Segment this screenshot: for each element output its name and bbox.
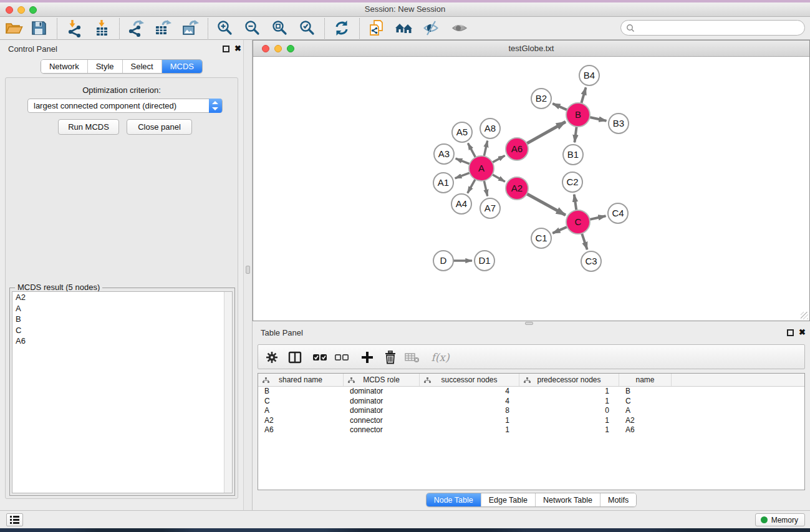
- table-row[interactable]: Cdominator41C: [258, 397, 804, 407]
- mcds-result-item[interactable]: A2: [12, 292, 232, 303]
- table-cell[interactable]: 1: [519, 425, 619, 435]
- home-icon[interactable]: [395, 19, 413, 37]
- select-all-checkboxes-icon[interactable]: [312, 350, 327, 365]
- table-cell[interactable]: dominator: [344, 406, 420, 416]
- edge-A-A7[interactable]: [484, 180, 488, 196]
- tab-network[interactable]: Network: [41, 60, 87, 73]
- column-header-name[interactable]: name: [619, 374, 672, 386]
- tab-network-table[interactable]: Network Table: [535, 493, 600, 506]
- tab-style[interactable]: Style: [87, 60, 122, 73]
- table-row[interactable]: A2connector11A2: [258, 416, 804, 426]
- tab-mcds[interactable]: MCDS: [162, 60, 202, 73]
- table-row[interactable]: Bdominator41B: [258, 387, 804, 397]
- horizontal-splitter[interactable]: [253, 321, 810, 326]
- table-cell[interactable]: A2: [258, 416, 344, 426]
- add-column-icon[interactable]: [360, 350, 375, 365]
- edge-B-B2[interactable]: [552, 104, 568, 110]
- float-panel-icon[interactable]: [223, 46, 229, 52]
- open-file-icon[interactable]: [4, 19, 23, 37]
- table-cell[interactable]: connector: [344, 425, 420, 435]
- table-row[interactable]: A6connector11A6: [258, 425, 804, 435]
- table-cell[interactable]: connector: [344, 416, 420, 426]
- minimize-network-button[interactable]: [274, 45, 282, 52]
- mcds-result-item[interactable]: A: [12, 303, 232, 314]
- zoom-fit-icon[interactable]: [271, 19, 289, 37]
- table-cell[interactable]: 1: [420, 416, 519, 426]
- table-cell[interactable]: A: [619, 406, 672, 416]
- delete-table-icon[interactable]: [405, 350, 420, 365]
- column-header-predecessor-nodes[interactable]: predecessor nodes: [519, 374, 619, 386]
- table-cell[interactable]: 1: [519, 416, 619, 426]
- column-header-shared-name[interactable]: shared name: [258, 374, 344, 386]
- edge-A2-C[interactable]: [526, 193, 566, 215]
- settings-gear-icon[interactable]: [264, 350, 279, 365]
- network-canvas[interactable]: B4B2BB3A5A8A6B1A3AA1C2A2A4A7C4CC1C3DD1: [253, 57, 809, 321]
- tab-node-table[interactable]: Node Table: [427, 493, 481, 506]
- search-input[interactable]: [638, 23, 804, 32]
- import-network-icon[interactable]: [65, 19, 84, 37]
- zoom-out-icon[interactable]: [243, 19, 262, 37]
- edge-A-A4[interactable]: [468, 178, 476, 193]
- splitter-handle[interactable]: [246, 266, 250, 274]
- close-panel-icon[interactable]: ✖: [799, 329, 806, 336]
- table-cell[interactable]: A6: [258, 425, 344, 435]
- table-cell[interactable]: A: [258, 406, 344, 416]
- mcds-result-item[interactable]: A6: [12, 336, 232, 347]
- run-mcds-button[interactable]: Run MCDS: [58, 119, 119, 135]
- edge-C-C2[interactable]: [574, 195, 577, 211]
- edge-C-C4[interactable]: [589, 216, 606, 220]
- table-cell[interactable]: B: [619, 387, 672, 397]
- edge-A-A6[interactable]: [491, 156, 505, 163]
- memory-button[interactable]: Memory: [755, 513, 805, 526]
- table-cell[interactable]: B: [258, 387, 344, 397]
- zoom-selected-icon[interactable]: [298, 19, 317, 37]
- table-cell[interactable]: C: [619, 397, 672, 407]
- tab-edge-table[interactable]: Edge Table: [481, 493, 535, 506]
- refresh-network-icon[interactable]: [332, 19, 351, 37]
- window-resize-grip[interactable]: [801, 312, 808, 319]
- network-window-titlebar[interactable]: testGlobe.txt: [253, 41, 809, 57]
- split-view-icon[interactable]: [287, 350, 302, 365]
- zoom-window-button[interactable]: [29, 6, 37, 14]
- edge-C-C1[interactable]: [552, 226, 568, 233]
- result-scrollbar[interactable]: [224, 292, 232, 493]
- edge-B-B1[interactable]: [574, 125, 576, 142]
- vertical-splitter[interactable]: [243, 40, 253, 510]
- close-panel-button[interactable]: Close panel: [127, 119, 192, 135]
- edge-A-A1[interactable]: [455, 172, 471, 178]
- save-session-icon[interactable]: [29, 19, 48, 37]
- edge-A6-B[interactable]: [526, 122, 566, 144]
- minimize-window-button[interactable]: [17, 6, 25, 14]
- hide-details-icon[interactable]: [422, 19, 441, 37]
- mcds-result-item[interactable]: C: [12, 325, 232, 336]
- table-cell[interactable]: 4: [420, 397, 519, 407]
- duplicate-network-icon[interactable]: [367, 19, 386, 37]
- mcds-result-list[interactable]: A2ABCA6: [12, 291, 233, 493]
- table-cell[interactable]: 0: [519, 406, 619, 416]
- close-panel-icon[interactable]: ✖: [234, 45, 241, 52]
- edge-C-C3[interactable]: [581, 232, 587, 249]
- task-history-button[interactable]: [6, 513, 23, 526]
- function-builder-icon[interactable]: f(x): [428, 350, 453, 365]
- table-cell[interactable]: 1: [519, 397, 619, 407]
- tab-select[interactable]: Select: [122, 60, 162, 73]
- table-cell[interactable]: dominator: [344, 397, 420, 407]
- deselect-all-checkboxes-icon[interactable]: [334, 350, 349, 365]
- table-cell[interactable]: A2: [619, 416, 672, 426]
- table-cell[interactable]: 4: [420, 387, 519, 397]
- table-cell[interactable]: A6: [619, 425, 672, 435]
- node-table[interactable]: shared nameMCDS rolesuccessor nodesprede…: [258, 373, 805, 490]
- float-panel-icon[interactable]: [787, 329, 794, 336]
- splitter-handle[interactable]: [525, 322, 533, 325]
- column-header-successor-nodes[interactable]: successor nodes: [420, 374, 519, 386]
- zoom-in-icon[interactable]: [216, 19, 234, 37]
- table-cell[interactable]: 1: [519, 387, 619, 397]
- delete-column-trash-icon[interactable]: [383, 350, 398, 365]
- search-field[interactable]: [620, 20, 805, 36]
- table-row[interactable]: Adominator80A: [258, 406, 804, 416]
- zoom-network-button[interactable]: [287, 45, 294, 52]
- edge-A-A3[interactable]: [456, 158, 471, 164]
- export-table-icon[interactable]: [153, 19, 172, 37]
- export-network-icon[interactable]: [127, 19, 145, 37]
- import-table-icon[interactable]: [92, 19, 111, 37]
